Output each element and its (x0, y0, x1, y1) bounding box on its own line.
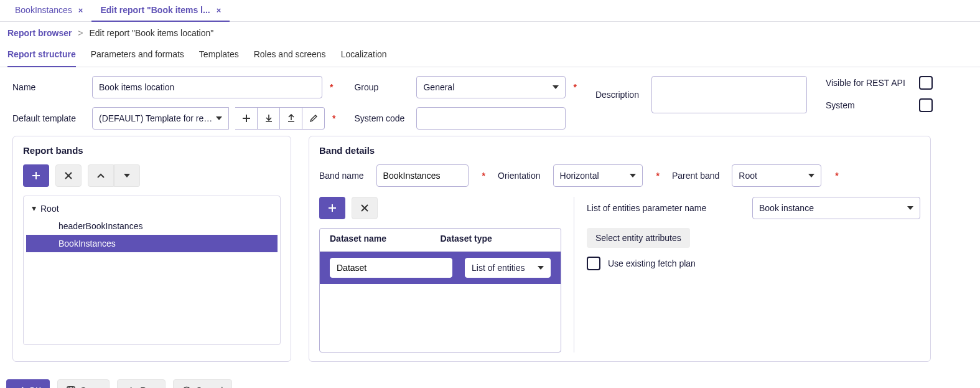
footer-actions: OK Save Run Cancel (0, 371, 980, 388)
form-area: Name * Default template (DEFAULT) Templa… (0, 67, 980, 136)
default-template-value: (DEFAULT) Template for report (99, 113, 216, 123)
ok-label: OK (29, 386, 41, 388)
inner-tabs: Report structure Parameters and formats … (0, 44, 980, 67)
entities-param-select[interactable]: Book instance (752, 197, 920, 219)
name-input[interactable] (92, 76, 322, 98)
group-label: Group (354, 82, 410, 92)
tab-report-structure[interactable]: Report structure (7, 44, 76, 67)
edit-template-button[interactable] (302, 107, 325, 130)
upload-template-button[interactable] (280, 107, 302, 130)
required-marker: * (835, 171, 838, 181)
close-icon[interactable]: × (78, 6, 83, 15)
cancel-label: Cancel (196, 386, 223, 388)
add-band-button[interactable] (23, 164, 49, 187)
select-entity-attributes-button[interactable]: Select entity attributes (587, 228, 690, 248)
breadcrumb: Report browser > Edit report "Book items… (0, 22, 980, 44)
tab-templates[interactable]: Templates (199, 44, 239, 67)
tab-label: BookInstances (15, 5, 72, 15)
remove-band-button[interactable] (55, 164, 82, 187)
dataset-name-header: Dataset name (330, 234, 441, 244)
chevron-down-icon (124, 174, 130, 177)
breadcrumb-separator: > (78, 28, 83, 38)
run-button[interactable]: Run (117, 379, 166, 388)
dataset-row[interactable]: List of entities (320, 252, 561, 284)
required-marker: * (573, 82, 576, 92)
top-tabs: BookInstances × Edit report "Book items … (0, 0, 980, 22)
add-template-button[interactable] (235, 107, 258, 130)
report-bands-title: Report bands (23, 145, 281, 156)
band-name-label: Band name (319, 171, 364, 181)
orientation-label: Orientation (498, 171, 540, 181)
tab-edit-report[interactable]: Edit report "Book items l... × (91, 0, 230, 21)
chevron-down-icon (553, 85, 559, 89)
tree-item-bookinstances[interactable]: BookInstances (26, 235, 278, 252)
tab-bookinstances[interactable]: BookInstances × (6, 0, 91, 21)
orientation-select[interactable]: Horizontal (553, 164, 643, 187)
tree-root[interactable]: Root (26, 200, 278, 217)
required-marker: * (332, 113, 335, 123)
panels: Report bands Root headerBookIn (0, 136, 980, 371)
band-details-title: Band details (319, 145, 920, 156)
download-template-button[interactable] (258, 107, 280, 130)
add-dataset-button[interactable] (319, 197, 345, 219)
parent-band-value: Root (739, 171, 757, 181)
dataset-name-input[interactable] (330, 258, 452, 278)
breadcrumb-root[interactable]: Report browser (7, 28, 72, 38)
parent-band-select[interactable]: Root (732, 164, 821, 187)
name-label: Name (12, 82, 86, 92)
required-marker: * (482, 171, 485, 181)
chevron-down-icon (216, 116, 222, 120)
tree-item-label: BookInstances (58, 239, 116, 248)
tab-localization[interactable]: Localization (341, 44, 387, 67)
remove-dataset-button[interactable] (352, 197, 378, 219)
parent-band-label: Parent band (672, 171, 719, 181)
chevron-down-icon (538, 266, 544, 270)
use-existing-checkbox[interactable] (587, 257, 600, 270)
tab-label: Edit report "Book items l... (100, 5, 210, 15)
group-value: General (423, 82, 454, 92)
save-label: Save (80, 386, 100, 388)
band-details-panel: Band details Band name * Orientation Hor… (309, 136, 931, 362)
description-textarea[interactable] (651, 76, 807, 113)
tab-parameters-formats[interactable]: Parameters and formats (91, 44, 184, 67)
move-options-button[interactable] (114, 164, 140, 187)
default-template-select[interactable]: (DEFAULT) Template for report (92, 107, 229, 130)
visible-rest-label: Visible for REST API (826, 78, 913, 88)
close-icon[interactable]: × (217, 6, 222, 15)
tab-roles-screens[interactable]: Roles and screens (254, 44, 326, 67)
chevron-down-icon (630, 174, 636, 177)
entities-param-label: List of entities parameter name (587, 203, 706, 213)
required-marker: * (330, 82, 333, 92)
dataset-table: Dataset name Dataset type List of entiti… (319, 228, 561, 353)
save-button[interactable]: Save (57, 379, 110, 388)
entities-param-value: Book instance (759, 203, 814, 213)
orientation-value: Horizontal (560, 171, 599, 181)
breadcrumb-current: Edit report "Book items location" (89, 28, 213, 38)
tree-item-header[interactable]: headerBookInstances (26, 217, 278, 235)
report-bands-panel: Report bands Root headerBookIn (12, 136, 291, 362)
description-label: Description (595, 90, 645, 100)
dataset-type-select[interactable]: List of entities (465, 258, 551, 278)
bands-tree: Root headerBookInstances BookInstances (23, 196, 281, 345)
chevron-down-icon (907, 206, 913, 210)
band-name-input[interactable] (376, 164, 469, 187)
system-label: System (826, 100, 913, 110)
tree-root-label: Root (40, 204, 59, 214)
required-marker: * (656, 171, 660, 181)
system-checkbox[interactable] (919, 98, 933, 112)
chevron-down-icon (808, 174, 814, 177)
run-label: Run (140, 386, 156, 388)
dataset-type-value: List of entities (472, 263, 525, 273)
group-select[interactable]: General (416, 76, 566, 98)
tree-item-label: headerBookInstances (58, 221, 142, 231)
cancel-button[interactable]: Cancel (173, 379, 233, 388)
visible-rest-checkbox[interactable] (919, 76, 933, 90)
system-code-label: System code (354, 113, 410, 123)
dataset-type-header: Dataset type (441, 234, 551, 244)
system-code-input[interactable] (416, 107, 566, 130)
default-template-label: Default template (12, 113, 86, 123)
use-existing-label: Use existing fetch plan (608, 258, 696, 268)
ok-button[interactable]: OK (6, 379, 50, 388)
move-up-button[interactable] (88, 164, 114, 187)
